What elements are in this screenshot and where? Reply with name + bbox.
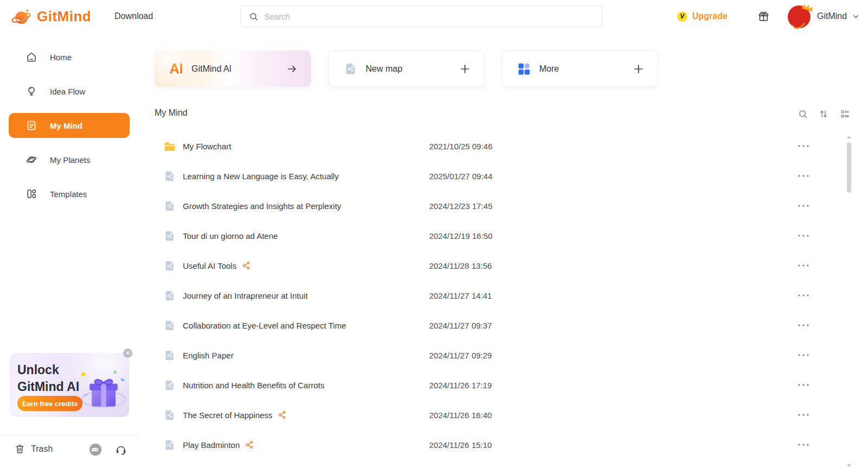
list-search-icon[interactable] <box>797 109 808 119</box>
earn-credits-button[interactable]: Earn free credits <box>17 396 82 411</box>
file-name: Collaboration at Eye-Level and Respect T… <box>183 311 346 340</box>
account-name[interactable]: GitMind <box>817 0 847 33</box>
row-more-button[interactable] <box>794 169 813 183</box>
file-date: 2024/11/26 17:19 <box>429 370 492 400</box>
logo-text: GitMind <box>37 8 91 25</box>
ellipsis-icon <box>794 169 813 183</box>
list-item[interactable]: Tour di un giorno ad Atene 2024/12/19 16… <box>155 221 838 251</box>
avatar[interactable] <box>788 4 812 28</box>
list-item[interactable]: Play Badminton 2024/11/26 15:10 <box>155 430 838 460</box>
scrollbar-thumb[interactable] <box>847 142 851 193</box>
ellipsis-icon <box>794 199 813 213</box>
sidebar-item-label: Home <box>50 53 72 62</box>
list-item[interactable]: Learning a New Language is Easy, Actuall… <box>155 161 838 191</box>
ellipsis-icon <box>794 229 813 243</box>
list-item[interactable]: Nutrition and Health Benefits of Carrots… <box>155 370 838 400</box>
row-more-button[interactable] <box>794 288 813 302</box>
chevron-down-icon[interactable] <box>852 12 860 21</box>
nav-download-link[interactable]: Download <box>114 0 153 33</box>
mindmap-file-icon <box>163 319 176 332</box>
file-name: Learning a New Language is Easy, Actuall… <box>183 161 339 191</box>
ai-logo-icon: AI <box>169 61 184 77</box>
gift-box-illustration <box>80 367 127 414</box>
more-card[interactable]: More <box>502 51 658 87</box>
list-item[interactable]: Useful AI Tools 2024/11/28 13:56 <box>155 251 838 281</box>
scroll-up-arrow[interactable] <box>847 136 851 138</box>
search-icon <box>248 11 259 22</box>
arrow-right-icon[interactable] <box>286 63 298 75</box>
trash-label: Trash <box>31 444 53 454</box>
list-item[interactable]: Collaboration at Eye-Level and Respect T… <box>155 311 838 340</box>
file-name: Growth Strategies and Insights at Perple… <box>183 191 341 221</box>
close-icon[interactable]: ✕ <box>123 349 132 358</box>
promo-banner[interactable]: ✕ Unlock GitMind AI <box>10 353 129 417</box>
card-label: More <box>539 64 559 74</box>
ellipsis-icon <box>794 378 813 392</box>
planet-icon <box>25 154 37 166</box>
discord-icon[interactable] <box>89 443 102 456</box>
new-map-card[interactable]: New map <box>328 51 484 87</box>
section-title: My Mind <box>155 108 187 118</box>
file-date: 2024/11/28 13:56 <box>429 251 492 281</box>
ellipsis-icon <box>794 288 813 302</box>
list-item[interactable]: English Paper 2024/11/27 09:29 <box>155 340 838 370</box>
templates-grid-icon <box>25 188 37 200</box>
mindmap-file-icon <box>163 408 176 422</box>
file-name: Journey of an Intrapreneur at Intuit <box>183 281 308 311</box>
search-input[interactable] <box>264 12 594 21</box>
mindmap-document-icon <box>343 61 358 77</box>
file-date: 2024/11/26 15:10 <box>429 430 492 460</box>
gitmind-logo[interactable]: GitMind <box>10 5 91 28</box>
list-view-icon[interactable] <box>840 109 851 119</box>
vip-badge-icon[interactable]: V <box>677 11 687 22</box>
ellipsis-icon <box>794 139 813 153</box>
row-more-button[interactable] <box>794 199 813 213</box>
gift-icon[interactable] <box>757 10 770 23</box>
row-more-button[interactable] <box>794 139 813 153</box>
list-item[interactable]: Journey of an Intrapreneur at Intuit 202… <box>155 281 838 311</box>
file-date: 2021/10/25 09:46 <box>429 131 493 161</box>
sidebar-item-idea-flow[interactable]: Idea Flow <box>9 79 130 104</box>
row-more-button[interactable] <box>794 229 813 243</box>
gitmind-ai-card[interactable]: AI GitMind AI <box>155 51 311 87</box>
ellipsis-icon <box>794 408 813 422</box>
file-date: 2024/11/27 09:37 <box>429 311 492 340</box>
sidebar-item-home[interactable]: Home <box>9 45 130 70</box>
file-name: The Secret of Happiness <box>183 400 287 430</box>
mindmap-file-icon <box>163 378 176 392</box>
document-lines-icon <box>25 119 37 131</box>
file-name: Play Badminton <box>183 430 254 460</box>
list-item[interactable]: The Secret of Happiness 2024/11/26 16:40 <box>155 400 838 430</box>
mindmap-file-icon <box>163 289 176 302</box>
mindmap-file-icon <box>163 199 176 213</box>
sidebar-item-my-planets[interactable]: My Planets <box>9 147 130 172</box>
row-more-button[interactable] <box>794 378 813 392</box>
sidebar-footer: Trash <box>0 434 138 467</box>
scroll-down-arrow[interactable] <box>847 464 851 467</box>
global-search <box>240 5 602 27</box>
list-item[interactable]: My Flowchart 2021/10/25 09:46 <box>155 131 838 161</box>
main-content: AI GitMind AI New map <box>155 33 852 467</box>
row-more-button[interactable] <box>794 258 813 273</box>
headset-support-icon[interactable] <box>114 443 127 456</box>
row-more-button[interactable] <box>794 348 813 362</box>
shared-icon <box>277 402 287 412</box>
sidebar-item-templates[interactable]: Templates <box>9 181 130 206</box>
plus-icon[interactable] <box>633 63 644 75</box>
upgrade-button[interactable]: Upgrade <box>692 0 727 33</box>
row-more-button[interactable] <box>794 408 813 422</box>
list-item[interactable]: Growth Strategies and Insights at Perple… <box>155 191 838 221</box>
row-more-button[interactable] <box>794 438 813 452</box>
sidebar-item-my-mind[interactable]: My Mind <box>9 113 130 138</box>
sidebar-item-label: Idea Flow <box>50 87 85 96</box>
list-scrollbar <box>847 136 851 467</box>
trash-button[interactable]: Trash <box>14 443 53 455</box>
mindmap-file-icon <box>163 349 176 362</box>
home-icon <box>25 51 37 63</box>
sort-icon[interactable] <box>818 109 829 119</box>
file-date: 2024/11/27 09:29 <box>429 340 492 370</box>
file-date: 2024/12/23 17:45 <box>429 191 493 221</box>
file-list: My Flowchart 2021/10/25 09:46 <box>155 131 838 460</box>
plus-icon[interactable] <box>459 63 471 75</box>
row-more-button[interactable] <box>794 318 813 332</box>
